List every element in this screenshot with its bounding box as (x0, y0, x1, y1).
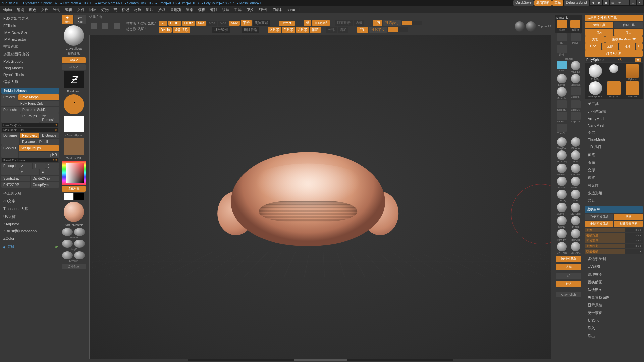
lp-fbx[interactable]: FBX导出与导入 (0, 15, 60, 22)
pnt2grp-button[interactable]: PNT2GRP (1, 182, 30, 188)
tab-floor-grid[interactable]: 地面格 (569, 20, 581, 32)
menu-brush[interactable]: 笔刷 (17, 7, 24, 12)
rp-export[interactable]: 导出 (585, 332, 643, 340)
paste-tool-button[interactable]: 粘贴工具 (614, 22, 643, 28)
dock-matchm[interactable]: MatchM (555, 87, 568, 100)
rp-masking[interactable]: 遮罩 (585, 174, 643, 182)
render-sphere-2[interactable] (526, 21, 536, 32)
create-diff-mesh-button[interactable]: 创建差异网格 (614, 221, 643, 227)
menu-document[interactable]: 文档 (41, 7, 48, 12)
menu-zplugin[interactable]: Z插件 (258, 7, 268, 12)
render-sphere-1[interactable] (515, 21, 525, 32)
x-sym-chip[interactable]: >X< (196, 21, 206, 26)
dock-clipcur[interactable]: ClipCur (569, 112, 582, 123)
menu-preferences[interactable]: 首选项 (170, 7, 181, 12)
group-chip[interactable]: 组 (304, 20, 311, 26)
reproject-button[interactable]: Reproject (20, 133, 39, 138)
brush-moveti[interactable]: Move Ti (569, 177, 582, 189)
delete-morph-button[interactable]: 删除变换目标 (585, 221, 613, 227)
tb-icon-2[interactable] (101, 21, 110, 32)
menu-button[interactable]: 菜单 (552, 0, 563, 6)
lp-subtool-master[interactable]: 子工具大师 (0, 190, 60, 197)
brush-inflat[interactable]: Inflat (569, 150, 582, 163)
menu-color[interactable]: 顏色 (29, 7, 36, 12)
menu-edit[interactable]: 编辑 (65, 7, 72, 12)
max-res-slider[interactable]: Max Res(100k)8 (2, 128, 58, 132)
menu-texture[interactable]: 纹理 (222, 7, 229, 12)
tool-r-button[interactable]: R (635, 58, 641, 62)
clear-all-chip[interactable]: 全部清除 (173, 27, 190, 33)
menu-light[interactable]: 灯光 (101, 7, 109, 12)
win-btn-3[interactable]: ▣ (603, 0, 609, 5)
autogroup-chip[interactable]: 自动分组 (312, 20, 330, 26)
brush-skaire[interactable]: SK_AirE (569, 242, 582, 254)
brush-haircar[interactable]: HairCar (569, 229, 582, 241)
brush-standard[interactable]: Standa (569, 137, 582, 150)
del-high-chip[interactable]: 删除高端 (253, 20, 270, 26)
lp-imm-draw[interactable]: IMM Draw Size (0, 29, 60, 36)
menu-movie[interactable]: 影片 (146, 7, 153, 12)
rp-initialize[interactable]: 初始化 (585, 317, 643, 324)
lp-multimap[interactable]: 多重贴图导出器 (0, 50, 60, 58)
rp-polypaint[interactable]: 多边形绘制 (585, 255, 643, 263)
menu-alpha[interactable]: Alpha (3, 8, 12, 12)
poly-paint-only-button[interactable]: Poly Paint Only (18, 101, 59, 106)
menu-transform[interactable]: 变换 (246, 7, 254, 12)
menu-marker[interactable]: 标记 (122, 7, 129, 12)
rp-deformation[interactable]: 变形 (585, 166, 643, 174)
project-plus-button[interactable]: Project+ (1, 94, 18, 106)
maximize-button[interactable]: □ (630, 0, 636, 5)
win-btn-5[interactable]: ⟲ (616, 0, 623, 5)
dock-maskla[interactable]: MaskLa (569, 61, 582, 73)
reload-icon[interactable]: ⟳ (55, 245, 58, 249)
tool-polysphere2[interactable]: PolySphere (586, 81, 604, 98)
sculpt-mesh[interactable] (231, 152, 385, 246)
extract-chip[interactable]: Extract+ (279, 21, 295, 26)
menu-zscript[interactable]: Z脚本 (273, 7, 282, 12)
quicksave-button[interactable]: QuickSave (513, 0, 533, 6)
low-res-slider[interactable]: Low Res(1K)3 (2, 123, 58, 127)
mat-ringx[interactable] (62, 240, 73, 248)
rp-layers[interactable]: 图层 (585, 129, 643, 136)
groupsym-button[interactable]: GroupSym (31, 182, 59, 188)
brush-thumbnail[interactable] (64, 25, 84, 46)
save-morph-button[interactable]: Save Morph (18, 94, 59, 100)
material-thumbnail[interactable] (64, 202, 84, 222)
dock-trimcu[interactable]: TrimCu (555, 124, 568, 135)
brush-skclay[interactable]: SK_Clay (555, 150, 568, 163)
rp-nanomesh[interactable]: NanoMesh (585, 122, 643, 129)
stroke-thumbnail[interactable]: Ƶ (64, 71, 84, 88)
loop-hr-button[interactable]: LoopHR (19, 152, 59, 158)
tool-simplet[interactable]: ✦Simplet (624, 81, 641, 98)
dynames-button[interactable]: Dynames (1, 133, 19, 145)
brush-move[interactable]: Move (555, 177, 568, 189)
lp-zadjustor[interactable]: ZAdjustor (0, 221, 60, 227)
smooth-chip[interactable]: 平滑 (241, 20, 252, 26)
project-morph-slider[interactable]: 投射变换● (585, 249, 643, 254)
menu-stroke[interactable]: 笔触 (210, 7, 217, 12)
brush-trimfrc[interactable]: TrimFrc (569, 190, 582, 202)
tb-icon-3[interactable] (112, 21, 121, 32)
ui-alpha-button[interactable]: 界面透明 (534, 0, 552, 6)
lazy-step-slider[interactable] (402, 21, 422, 25)
dock-selectl[interactable]: SelectL (555, 100, 568, 111)
menu-material[interactable]: 材质 (134, 7, 141, 12)
x2-remesh-button[interactable]: 2x Remes! (40, 113, 59, 123)
rp-polygroups[interactable]: 多边形组 (585, 189, 643, 197)
subdiv-chip[interactable]: 细分级别 (212, 27, 230, 33)
remesh-plus-button[interactable]: Remesh+ (1, 107, 20, 123)
d-groups-button[interactable]: D Groups (40, 133, 59, 138)
tool-polymesh[interactable]: ★PolyMe (605, 81, 623, 98)
rp-visibility[interactable]: 可见性 (585, 182, 643, 189)
lp-3d-text[interactable]: 3D文字 (0, 197, 60, 205)
flip-chip[interactable]: 翻转 (310, 27, 321, 33)
win-btn-4[interactable]: ▤ (610, 0, 616, 5)
viewport[interactable] (89, 35, 551, 359)
double-chip[interactable]: 双面显示 (335, 20, 353, 26)
morph-width-slider[interactable]: 变换宽度x Y z (585, 233, 643, 238)
dock-bpr[interactable]: BPR (555, 61, 568, 73)
lp-fjtools[interactable]: FJTools (0, 22, 60, 29)
mat-zmetal[interactable] (62, 228, 73, 236)
setup-groups-button[interactable]: SetupGroups (19, 145, 59, 151)
y-sym-chip[interactable]: >Y< (207, 21, 217, 26)
